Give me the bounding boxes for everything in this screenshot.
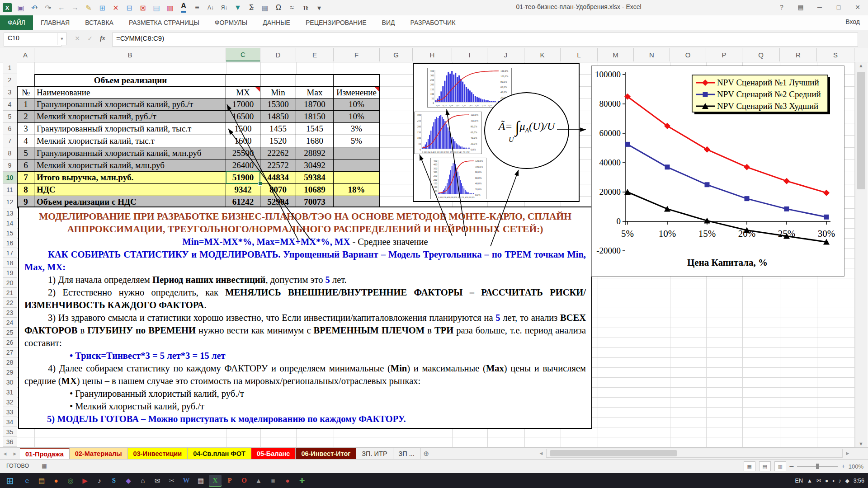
mail-icon[interactable]: ✉: [151, 475, 164, 487]
row-header-17[interactable]: 17: [3, 248, 17, 258]
omega-icon[interactable]: Ω: [273, 2, 284, 13]
word-icon[interactable]: W: [180, 475, 193, 487]
row-header-26[interactable]: 26: [3, 338, 17, 347]
row-header-30[interactable]: 30: [3, 377, 17, 387]
zoom-slider-thumb[interactable]: [816, 464, 819, 469]
column-header-N[interactable]: N: [634, 48, 670, 61]
table-row-num[interactable]: 1: [17, 99, 34, 111]
chrome-icon[interactable]: ◎: [64, 475, 77, 487]
macro-record-icon[interactable]: ▦: [42, 462, 47, 469]
row-header-28[interactable]: 28: [3, 357, 17, 367]
row-header-20[interactable]: 20: [3, 278, 17, 288]
ribbon-tab-разметка страницы[interactable]: РАЗМЕТКА СТРАНИЦЫ: [121, 15, 207, 30]
ie-icon[interactable]: e: [21, 475, 33, 487]
back-icon[interactable]: ←: [56, 2, 67, 13]
column-header-Q[interactable]: Q: [742, 48, 780, 61]
selected-cell-outline[interactable]: [226, 171, 260, 184]
align-icon[interactable]: ≡: [192, 2, 203, 13]
table-header-1[interactable]: Наименование: [34, 86, 226, 99]
table-header-5[interactable]: Изменение: [334, 86, 380, 99]
row-header-3[interactable]: 3: [3, 86, 17, 99]
row-header-8[interactable]: 8: [3, 147, 17, 160]
scroll-down-icon[interactable]: ▼: [859, 441, 863, 446]
table-cell-mx[interactable]: 16500: [226, 111, 260, 123]
table-row-num[interactable]: 6: [17, 160, 34, 172]
excel-icon[interactable]: X: [209, 475, 222, 487]
sheet-tab-ЗП ...[interactable]: ЗП ...: [393, 448, 420, 460]
table-header-2[interactable]: MX: [226, 86, 260, 99]
table-header-4[interactable]: Max: [296, 86, 334, 99]
redo-icon[interactable]: ↷▾: [42, 2, 53, 13]
vertical-scrollbar[interactable]: ▲▼: [855, 62, 868, 447]
excel-logo-icon[interactable]: X: [2, 2, 13, 13]
opera-icon[interactable]: O: [238, 475, 250, 487]
tray-icon-1[interactable]: ✉: [816, 478, 821, 484]
media-icon[interactable]: ▶: [79, 475, 91, 487]
delete-icon[interactable]: ✕: [110, 2, 121, 13]
column-header-B[interactable]: B: [34, 48, 226, 61]
sort-asc-icon[interactable]: А↓: [205, 2, 216, 13]
row-header-36[interactable]: 36: [3, 437, 17, 447]
row-header-33[interactable]: 33: [3, 407, 17, 417]
row-header-2[interactable]: 2: [3, 74, 17, 86]
column-header-A[interactable]: A: [17, 48, 34, 61]
app5-icon[interactable]: ✚: [296, 475, 308, 487]
row-header-24[interactable]: 24: [3, 318, 17, 328]
powerpoint-icon[interactable]: P: [223, 475, 236, 487]
row-header-25[interactable]: 25: [3, 328, 17, 338]
table-row-name[interactable]: Итого выручка, млн.руб.: [34, 172, 226, 184]
table-title[interactable]: Объем реализации: [34, 74, 226, 86]
column-header-I[interactable]: I: [452, 48, 487, 61]
column-header-O[interactable]: O: [670, 48, 706, 61]
selection-fill-handle[interactable]: [258, 182, 262, 186]
formula-input[interactable]: =СУММ(C8:C9): [112, 33, 858, 47]
table-cell-min[interactable]: 1455: [260, 123, 296, 135]
delete-rows-icon[interactable]: ▥: [165, 2, 175, 13]
tray-icon-0[interactable]: ▲: [807, 478, 812, 484]
row-header-22[interactable]: 22: [3, 298, 17, 308]
table-cell-mx[interactable]: 1500: [226, 123, 260, 135]
tray-icon-2[interactable]: ●: [825, 478, 828, 484]
ribbon-tab-данные[interactable]: ДАННЫЕ: [255, 15, 298, 30]
home-icon[interactable]: ⌂: [137, 475, 149, 487]
table-cell-min[interactable]: 1520: [260, 135, 296, 147]
row-header-13[interactable]: 13: [3, 208, 17, 218]
undo-icon[interactable]: ↶▾: [29, 2, 40, 13]
cancel-icon[interactable]: ✕: [71, 35, 83, 42]
table-cell-mx[interactable]: 26400: [226, 160, 260, 172]
equation-icon[interactable]: ≈: [287, 2, 297, 13]
language-indicator[interactable]: EN: [795, 478, 803, 484]
name-box[interactable]: C10: [4, 33, 61, 47]
hscroll-thumb[interactable]: [550, 450, 677, 456]
table-row-num[interactable]: 2: [17, 111, 34, 123]
sheet-tab-06-Инвест-Итог[interactable]: 06-Инвест-Итог: [296, 448, 356, 460]
tray-icon-4[interactable]: ♪: [838, 478, 841, 484]
ribbon-tab-разработчик[interactable]: РАЗРАБОТЧИК: [402, 15, 463, 30]
insert-function-icon[interactable]: fx: [97, 35, 108, 42]
sheet-tab-03-Инвестиции[interactable]: 03-Инвестиции: [128, 448, 188, 460]
table-row-name[interactable]: Мелкий хлористый калий, млн.руб: [34, 160, 226, 172]
table-cell-max[interactable]: 28892: [296, 147, 334, 160]
table-cell-chg[interactable]: 18%: [334, 184, 380, 196]
cell-e2[interactable]: [296, 74, 334, 86]
row-header-18[interactable]: 18: [3, 258, 17, 268]
sheet-tab-04-Св.план ФОТ[interactable]: 04-Св.план ФОТ: [188, 448, 251, 460]
grid-icon[interactable]: ▦: [194, 475, 207, 487]
column-header-C[interactable]: C: [226, 48, 260, 61]
app4-icon[interactable]: ●: [281, 475, 294, 487]
insert-copied-cells-icon[interactable]: ⊞: [97, 2, 108, 13]
table-cell-chg[interactable]: 3%: [334, 123, 380, 135]
cell-d2[interactable]: [260, 74, 296, 86]
autosum-icon[interactable]: Σ▾: [246, 2, 257, 13]
forward-icon[interactable]: →: [70, 2, 80, 13]
filter-icon[interactable]: ▼: [232, 2, 243, 13]
table-cell-min[interactable]: 22262: [260, 147, 296, 160]
row-header-9[interactable]: 9: [3, 160, 17, 172]
music-icon[interactable]: ♪: [93, 475, 106, 487]
ribbon-tab-рецензирование[interactable]: РЕЦЕНЗИРОВАНИЕ: [298, 15, 374, 30]
table-cell-max[interactable]: 1545: [296, 123, 334, 135]
table-row-name[interactable]: Мелкий хлористый калий, тыс.т: [34, 135, 226, 147]
table-cell-chg[interactable]: 5%: [334, 135, 380, 147]
table-row-name[interactable]: Мелкий хлористый калий, руб./т: [34, 111, 226, 123]
row-header-23[interactable]: 23: [3, 308, 17, 318]
